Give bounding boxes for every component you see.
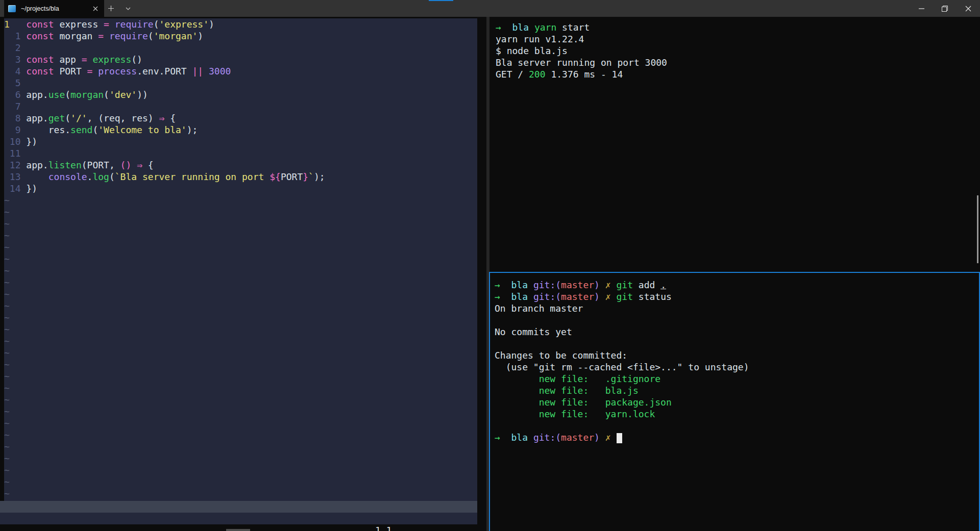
token-plain: GET / [496, 69, 529, 80]
editor-tilde-row: ~ [4, 241, 477, 253]
editor-empty-rows: ~~~~~~~~~~~~~~~~~~~~~~~~~~ [4, 194, 477, 499]
token-plain [500, 280, 511, 290]
token-plain: { [142, 160, 154, 170]
token-plain: add [633, 280, 660, 290]
token-plain [611, 280, 617, 290]
editor-line: 8 app.get('/', (req, res) ⇒ { [4, 112, 477, 124]
editor-line: 1 const express = require('express') [4, 18, 477, 30]
token-tilde: ~ [4, 218, 10, 229]
token-green: new file: .gitignore [495, 373, 660, 384]
close-button[interactable] [957, 0, 980, 17]
maximize-button[interactable] [933, 0, 957, 17]
token-plain: Changes to be committed: [495, 350, 627, 361]
token-plain [611, 432, 617, 443]
token-tilde: ~ [4, 465, 10, 475]
scrollbar-thumb[interactable] [977, 195, 978, 263]
token-plain [501, 22, 512, 33]
line-number: 1 [4, 31, 26, 41]
token-str: ` [308, 171, 314, 182]
token-plain [600, 432, 605, 443]
terminal-pane-bottom-focused[interactable]: → bla git:(master) ✗ git add .→ bla git:… [489, 272, 980, 531]
token-op: = [104, 19, 109, 30]
token-under: . [660, 280, 666, 290]
token-tilde: ~ [4, 418, 10, 428]
editor-tilde-row: ~ [4, 370, 477, 382]
token-tilde: ~ [4, 265, 10, 276]
token-plain: 1.376 ms - 14 [546, 69, 623, 80]
token-plain: , (req, res) [87, 113, 159, 123]
editor-tilde-row: ~ [4, 406, 477, 417]
token-tilde: ~ [4, 336, 10, 346]
line-number: 10 [4, 136, 26, 147]
token-purple: console [48, 171, 87, 182]
terminal-pane-top[interactable]: → bla yarn startyarn run v1.22.4$ node b… [490, 17, 980, 272]
token-plain [611, 291, 617, 302]
editor-tilde-row: ~ [4, 429, 477, 441]
token-purple: git:( [533, 280, 561, 290]
line-number: 8 [4, 113, 26, 123]
token-str: 'dev' [109, 89, 137, 100]
token-plain: start [556, 22, 590, 33]
token-plain [600, 280, 605, 290]
vim-editor: 1 const express = require('express') 1 c… [4, 18, 477, 523]
token-fn: get [48, 113, 65, 123]
editor-tilde-row: ~ [4, 417, 477, 429]
line-number: 5 [4, 78, 26, 88]
terminal-tab[interactable]: ~/projects/bla [4, 0, 104, 17]
token-plain: ) [209, 19, 214, 30]
tab-close-icon[interactable] [91, 4, 100, 13]
token-plain [26, 171, 48, 182]
token-arrow: → [496, 22, 501, 33]
editor-tilde-row: ~ [4, 312, 477, 323]
token-plain [529, 22, 534, 33]
token-red: master [561, 280, 594, 290]
token-op: ${ [270, 171, 281, 182]
token-tilde: ~ [4, 429, 10, 440]
tab-dropdown-button[interactable] [119, 0, 137, 17]
token-plain [131, 160, 137, 170]
token-tilde: ~ [4, 476, 10, 487]
token-plain: (PORT, [82, 160, 120, 170]
token-plain: )) [137, 89, 148, 100]
token-cyan: bla [512, 22, 529, 33]
token-purple: require [115, 19, 154, 30]
token-plain: res. [26, 124, 70, 135]
terminal-line [495, 420, 979, 432]
token-plain [600, 291, 605, 302]
line-number: 14 [4, 183, 26, 194]
editor-tilde-row: ~ [4, 335, 477, 347]
new-tab-button[interactable] [102, 0, 119, 17]
token-plain: ) [198, 31, 203, 41]
token-purple: process [98, 66, 137, 77]
token-plain [92, 66, 98, 77]
terminal-line: Bla server running on port 3000 [496, 57, 980, 68]
editor-pane[interactable]: 1 const express = require('express') 1 c… [0, 17, 477, 531]
token-plain: () [131, 54, 142, 65]
line-number: 12 [4, 160, 26, 170]
token-op: () [120, 160, 132, 170]
terminal-line: $ node bla.js [496, 45, 980, 57]
line-number: 7 [4, 101, 26, 112]
minimize-button[interactable] [910, 0, 933, 17]
token-plain: $ node bla.js [496, 45, 568, 56]
vim-commandline [0, 513, 477, 524]
token-plain: ); [187, 124, 198, 135]
line-number: 6 [4, 89, 26, 100]
token-fn: express [92, 54, 131, 65]
token-fn: log [92, 171, 109, 182]
terminal-line: new file: yarn.lock [495, 408, 979, 420]
editor-code: 1 const express = require('express') 1 c… [4, 18, 477, 194]
token-op: = [98, 31, 104, 41]
token-yellow: ✗ [605, 432, 611, 443]
token-plain [528, 432, 533, 443]
token-tilde: ~ [4, 300, 10, 311]
terminal-output-top: → bla yarn startyarn run v1.22.4$ node b… [496, 21, 980, 80]
token-fn: use [48, 89, 65, 100]
terminal-output-bottom: → bla git:(master) ✗ git add .→ bla git:… [495, 279, 979, 443]
token-kw: const [26, 19, 54, 30]
token-op: || [192, 66, 204, 77]
token-plain: status [633, 291, 672, 302]
token-plain: Bla server running on port 3000 [496, 57, 667, 68]
wsl-terminal-icon [8, 5, 16, 12]
token-plain: PORT [281, 171, 303, 182]
